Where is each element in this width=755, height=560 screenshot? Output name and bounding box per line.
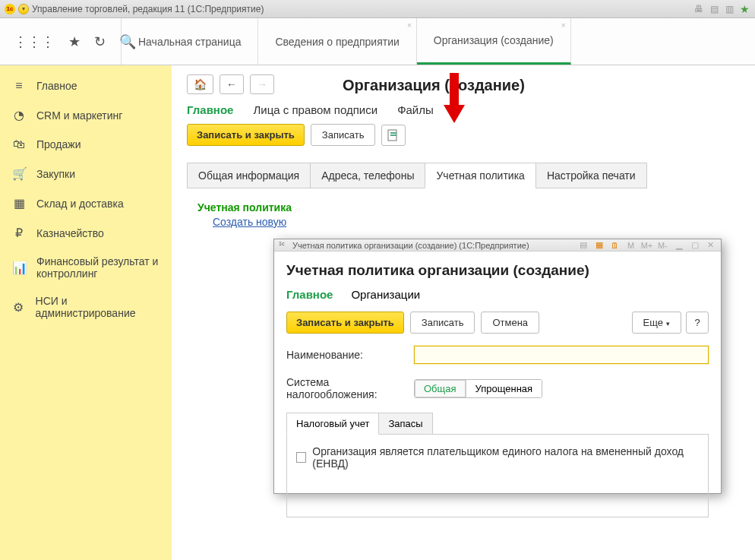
subnav-main[interactable]: Главное xyxy=(187,103,233,116)
name-input[interactable] xyxy=(414,346,709,364)
sidebar-item-finance[interactable]: 📊Финансовый результат и контроллинг xyxy=(0,248,172,287)
sidebar-item-crm[interactable]: ◔CRM и маркетинг xyxy=(0,100,172,130)
create-new-link[interactable]: Создать новую xyxy=(213,216,286,228)
table-icon[interactable]: ▦ xyxy=(593,239,605,251)
cart-icon: 🛒 xyxy=(12,166,26,181)
extra-action-button[interactable] xyxy=(381,125,406,146)
tab-organization-label: Организация (создание) xyxy=(434,34,554,46)
app-icon: 1c xyxy=(279,241,288,250)
dlg-subnav-orgs[interactable]: Организации xyxy=(351,288,420,301)
tab-addresses[interactable]: Адреса, телефоны xyxy=(310,163,425,188)
main-tabs-bar: ⋮⋮⋮ ★ ↻ 🔍 Начальная страница Сведения о … xyxy=(0,18,755,65)
dlg-save-button[interactable]: Записать xyxy=(410,312,475,334)
dlg-save-close-button[interactable]: Записать и закрыть xyxy=(286,312,404,334)
dialog-inner-tabs: Налоговый учет Запасы xyxy=(286,413,709,435)
annotation-arrow xyxy=(439,73,469,126)
barchart-icon: 📊 xyxy=(12,261,26,275)
chevron-down-icon: ▾ xyxy=(666,320,670,327)
tax-general-option[interactable]: Общая xyxy=(415,380,466,397)
system-buttons: ⋮⋮⋮ ★ ↻ 🔍 xyxy=(0,18,122,65)
m-icon[interactable]: M xyxy=(625,239,637,251)
tab-about[interactable]: Сведения о предприятии × xyxy=(258,18,416,65)
window-title: Управление торговлей, редакция 11 (1С:Пр… xyxy=(32,4,264,14)
calc-icon[interactable]: ▥ xyxy=(723,3,735,15)
dlg-subnav-main[interactable]: Главное xyxy=(286,288,333,301)
dialog-title-text: Учетная политика организации (создание) … xyxy=(292,241,529,250)
menu-icon: ≡ xyxy=(12,79,26,93)
sidebar-item-admin[interactable]: ⚙НСИ и администрирование xyxy=(0,287,172,327)
sidebar-item-label: Закупки xyxy=(36,168,75,180)
mminus-icon[interactable]: M- xyxy=(657,239,668,251)
window-titlebar: 1c ▾ Управление торговлей, редакция 11 (… xyxy=(0,0,755,18)
sidebar-item-treasury[interactable]: ₽Казначейство xyxy=(0,218,172,248)
apps-icon[interactable]: ⋮⋮⋮ xyxy=(14,33,55,50)
envd-label: Организация является плательщиком единог… xyxy=(312,445,699,470)
bag-icon: 🛍 xyxy=(12,138,26,151)
svg-rect-1 xyxy=(390,132,396,134)
print-icon[interactable]: 🖶 xyxy=(693,3,705,15)
titlebar-dropdown[interactable]: ▾ xyxy=(18,4,29,14)
app-icon: 1c xyxy=(5,4,15,14)
dlg-cancel-button[interactable]: Отмена xyxy=(481,312,539,334)
sidebar-item-label: Казначейство xyxy=(36,227,104,239)
sidebar-item-label: Склад и доставка xyxy=(36,198,124,210)
close-icon[interactable]: ✕ xyxy=(705,239,716,251)
mplus-icon[interactable]: M+ xyxy=(641,239,652,251)
subnav-signers[interactable]: Лица с правом подписи xyxy=(253,103,378,116)
tax-simplified-option[interactable]: Упрощенная xyxy=(466,380,542,397)
envd-checkbox[interactable] xyxy=(296,452,306,463)
dialog-titlebar: 1c Учетная политика организации (создани… xyxy=(274,239,721,252)
history-icon[interactable]: ↻ xyxy=(94,33,106,50)
tab-policy[interactable]: Учетная политика xyxy=(425,163,535,188)
tax-system-label: Система налогообложения: xyxy=(286,376,408,400)
tax-system-toggle: Общая Упрощенная xyxy=(414,379,542,398)
sidebar-item-label: Финансовый результат и контроллинг xyxy=(36,255,160,280)
grid-icon: ▦ xyxy=(12,196,26,210)
dialog-subnav: Главное Организации xyxy=(286,288,709,301)
star-icon[interactable]: ★ xyxy=(68,33,81,50)
tab-about-label: Сведения о предприятии xyxy=(275,36,399,48)
svg-marker-4 xyxy=(444,105,465,123)
sidebar-item-purchases[interactable]: 🛒Закупки xyxy=(0,159,172,188)
favorite-icon[interactable]: ★ xyxy=(738,3,750,15)
policy-dialog: 1c Учетная политика организации (создани… xyxy=(273,239,722,494)
tab-general[interactable]: Общая информация xyxy=(187,163,311,188)
home-button[interactable]: 🏠 xyxy=(187,74,213,94)
minimize-icon[interactable]: ▁ xyxy=(673,239,684,251)
maximize-icon[interactable]: ▢ xyxy=(689,239,700,251)
tab-close-icon[interactable]: × xyxy=(407,21,412,30)
back-button[interactable]: ← xyxy=(220,74,244,94)
tab-organization[interactable]: Организация (создание) × xyxy=(417,18,571,65)
save-button[interactable]: Записать xyxy=(311,124,376,146)
inner-tab-stock[interactable]: Запасы xyxy=(378,413,432,435)
sidebar-item-label: CRM и маркетинг xyxy=(36,109,122,122)
sidebar: ≡Главное ◔CRM и маркетинг 🛍Продажи 🛒Заку… xyxy=(0,65,172,560)
page-tabstrip: Общая информация Адреса, телефоны Учетна… xyxy=(187,163,740,188)
document-icon xyxy=(387,128,400,142)
subnav-files[interactable]: Файлы xyxy=(397,103,434,116)
tab-home-label: Начальная страница xyxy=(138,36,241,48)
tab-print[interactable]: Настройка печати xyxy=(535,163,647,188)
inner-tab-panel: Организация является плательщиком единог… xyxy=(286,434,709,517)
gear-icon: ⚙ xyxy=(12,300,25,315)
dlg-more-label: Еще xyxy=(643,317,663,328)
inner-tab-tax[interactable]: Налоговый учет xyxy=(286,413,379,435)
doc-icon[interactable]: ▤ xyxy=(577,239,589,251)
forward-button[interactable]: → xyxy=(250,74,274,94)
sidebar-item-warehouse[interactable]: ▦Склад и доставка xyxy=(0,188,172,218)
sidebar-item-sales[interactable]: 🛍Продажи xyxy=(0,130,172,159)
dialog-heading: Учетная политика организации (создание) xyxy=(286,262,709,279)
tab-home[interactable]: Начальная страница xyxy=(122,18,258,65)
dlg-more-button[interactable]: Еще▾ xyxy=(632,312,681,334)
dlg-help-button[interactable]: ? xyxy=(686,312,709,334)
tab-close-icon[interactable]: × xyxy=(561,21,566,30)
save-close-button[interactable]: Записать и закрыть xyxy=(187,124,305,146)
svg-rect-2 xyxy=(390,134,396,136)
sidebar-item-label: НСИ и администрирование xyxy=(36,295,160,319)
piechart-icon: ◔ xyxy=(12,108,26,122)
sidebar-item-main[interactable]: ≡Главное xyxy=(0,71,172,100)
sidebar-item-label: Главное xyxy=(36,80,77,92)
calendar-icon[interactable]: 🗓 xyxy=(609,239,621,251)
name-label: Наименование: xyxy=(286,349,408,361)
report-icon[interactable]: ▤ xyxy=(708,3,720,15)
